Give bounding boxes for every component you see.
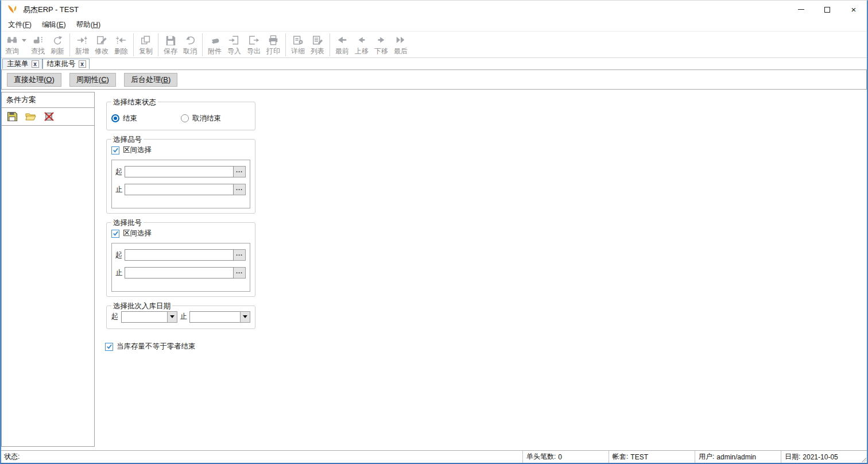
group-title: 选择结束状态 bbox=[111, 98, 158, 107]
export-icon bbox=[247, 33, 261, 46]
content-area: 条件方案 选择结束状态 结束 bbox=[1, 92, 867, 447]
checkbox-checked-icon bbox=[111, 146, 119, 154]
periodic-button[interactable]: 周期性(C) bbox=[69, 73, 116, 87]
menu-file[interactable]: 文件(F) bbox=[7, 19, 36, 31]
toolbar-attachment-button[interactable]: 附件 bbox=[205, 33, 224, 57]
condition-scheme-toolbar bbox=[2, 108, 94, 126]
date-from-combobox bbox=[121, 311, 177, 323]
batch-from-input[interactable] bbox=[125, 249, 234, 261]
menu-bar: 文件(F) 编辑(E) 帮助(H) bbox=[1, 18, 867, 31]
tab-main-menu[interactable]: 主菜单 x bbox=[2, 59, 42, 69]
doc-count-value: 0 bbox=[558, 453, 562, 461]
menu-edit[interactable]: 编辑(E) bbox=[41, 19, 71, 31]
dropdown-button[interactable] bbox=[240, 311, 250, 323]
to-label: 止 bbox=[115, 268, 125, 278]
delete-icon bbox=[114, 33, 128, 46]
tab-close-icon[interactable]: x bbox=[32, 60, 39, 68]
save-scheme-icon[interactable] bbox=[7, 111, 18, 122]
toolbar-cancel-button[interactable]: 取消 bbox=[180, 33, 200, 57]
toolbar-find-button[interactable]: 查找 bbox=[28, 33, 48, 57]
minimize-icon bbox=[798, 9, 804, 10]
condition-scheme-list[interactable] bbox=[2, 126, 94, 446]
close-button[interactable]: × bbox=[840, 1, 867, 18]
toolbar-last-button[interactable]: 最后 bbox=[391, 33, 410, 57]
toolbar-print-button[interactable]: 打印 bbox=[264, 33, 283, 57]
toolbar-separator bbox=[133, 33, 134, 56]
open-scheme-icon[interactable] bbox=[25, 111, 36, 122]
toolbar-separator bbox=[202, 33, 203, 56]
item-range-checkbox[interactable]: 区间选择 bbox=[111, 145, 250, 155]
toolbar-detail-button[interactable]: 详细 bbox=[288, 33, 308, 57]
toolbar-edit-button[interactable]: 修改 bbox=[92, 33, 111, 57]
tab-end-batch[interactable]: 结束批号 x bbox=[42, 59, 90, 69]
toolbar-export-button[interactable]: 导出 bbox=[244, 33, 264, 57]
batch-to-input[interactable] bbox=[125, 267, 234, 279]
item-from-input[interactable] bbox=[125, 166, 234, 177]
toolbar-add-button[interactable]: 新增 bbox=[72, 33, 92, 57]
query-dropdown-icon[interactable] bbox=[22, 39, 26, 42]
radio-end[interactable]: 结束 bbox=[111, 114, 137, 123]
toolbar-move-down-button[interactable]: 下移 bbox=[371, 33, 391, 57]
action-panel: 直接处理(O) 周期性(C) 后台处理(B) bbox=[1, 69, 867, 90]
date-to-input[interactable] bbox=[189, 311, 240, 323]
toolbar-separator bbox=[285, 33, 286, 56]
date-value: 2021-10-05 bbox=[803, 453, 838, 461]
dropdown-button[interactable] bbox=[167, 311, 177, 323]
toolbar-move-up-button[interactable]: 上移 bbox=[352, 33, 371, 57]
query-icon bbox=[5, 33, 19, 46]
toolbar-refresh-button[interactable]: 刷新 bbox=[48, 33, 67, 57]
condition-scheme-title: 条件方案 bbox=[2, 92, 94, 108]
title-bar: 易杰ERP - TEST × bbox=[1, 1, 867, 18]
import-icon bbox=[227, 33, 241, 46]
first-icon bbox=[335, 33, 349, 46]
to-label: 止 bbox=[115, 185, 125, 195]
radio-unselected-icon bbox=[181, 114, 189, 122]
list-icon bbox=[311, 33, 324, 46]
browse-ellipsis-button[interactable]: ... bbox=[234, 249, 246, 261]
toolbar-first-button[interactable]: 最前 bbox=[332, 33, 352, 57]
menu-help[interactable]: 帮助(H) bbox=[75, 19, 105, 31]
move-up-icon bbox=[355, 33, 369, 46]
from-label: 起 bbox=[115, 250, 125, 260]
from-label: 起 bbox=[115, 167, 125, 177]
radio-cancel-end[interactable]: 取消结束 bbox=[181, 114, 221, 123]
delete-scheme-icon[interactable] bbox=[44, 111, 55, 122]
app-logo-icon bbox=[7, 4, 18, 16]
background-process-button[interactable]: 后台处理(B) bbox=[124, 73, 177, 87]
maximize-button[interactable] bbox=[814, 1, 840, 18]
date-panel: 日期: 2021-10-05 bbox=[781, 451, 867, 463]
end-status-group: 选择结束状态 结束 取消结束 bbox=[106, 102, 255, 130]
resize-grip[interactable] bbox=[861, 457, 866, 462]
toolbar-save-button[interactable]: 保存 bbox=[161, 33, 180, 57]
edit-icon bbox=[95, 33, 108, 46]
print-icon bbox=[266, 33, 280, 46]
group-title: 选择批次入库日期 bbox=[111, 301, 172, 311]
date-to-combobox bbox=[189, 311, 250, 323]
group-title: 选择品号 bbox=[111, 135, 144, 145]
toolbar-list-button[interactable]: 列表 bbox=[308, 33, 327, 57]
account-value: TEST bbox=[630, 453, 648, 461]
batch-number-group: 选择批号 区间选择 起 ... 止 bbox=[106, 222, 255, 297]
checkbox-checked-icon bbox=[105, 343, 113, 351]
date-from-input[interactable] bbox=[121, 311, 167, 323]
direct-process-button[interactable]: 直接处理(O) bbox=[7, 73, 61, 87]
window-controls: × bbox=[788, 1, 867, 18]
toolbar: 查询 查找 刷新 新增 bbox=[1, 31, 867, 58]
toolbar-delete-button[interactable]: 删除 bbox=[111, 33, 131, 57]
minimize-button[interactable] bbox=[788, 1, 814, 18]
browse-ellipsis-button[interactable]: ... bbox=[234, 166, 246, 177]
toolbar-query-button[interactable]: 查询 bbox=[2, 33, 22, 57]
last-icon bbox=[394, 33, 408, 46]
toolbar-import-button[interactable]: 导入 bbox=[224, 33, 244, 57]
item-to-input[interactable] bbox=[125, 184, 234, 195]
batch-range-checkbox[interactable]: 区间选择 bbox=[111, 229, 250, 238]
end-if-stock-nonzero-checkbox[interactable]: 当库存量不等于零者结束 bbox=[105, 342, 255, 351]
add-icon bbox=[75, 33, 89, 46]
close-icon: × bbox=[851, 5, 857, 14]
item-range-panel: 起 ... 止 ... bbox=[111, 160, 250, 208]
batch-stock-in-date-group: 选择批次入库日期 起 止 bbox=[106, 306, 255, 329]
tab-close-icon[interactable]: x bbox=[79, 60, 86, 68]
browse-ellipsis-button[interactable]: ... bbox=[234, 267, 246, 279]
browse-ellipsis-button[interactable]: ... bbox=[234, 184, 246, 195]
toolbar-copy-button[interactable]: 复制 bbox=[136, 33, 156, 57]
